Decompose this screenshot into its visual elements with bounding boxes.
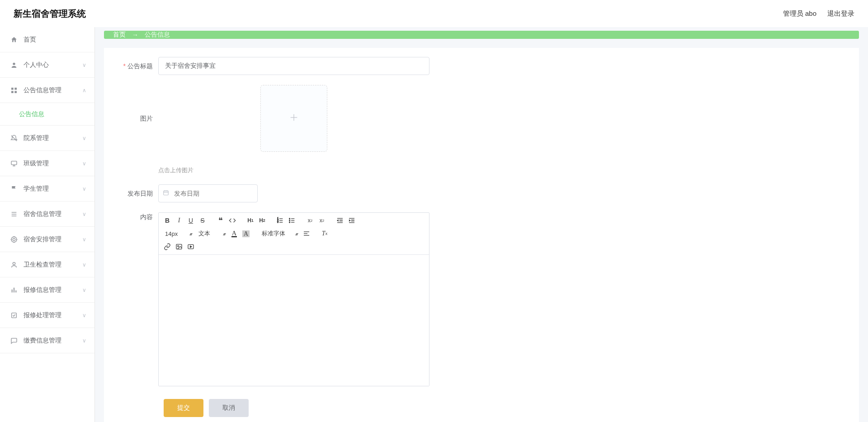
video-button[interactable] (186, 242, 196, 252)
h1-button[interactable]: H1 (245, 216, 255, 225)
svg-marker-55 (190, 246, 192, 248)
rich-text-editor: B I U S ❝ (158, 212, 429, 386)
sidebar-item-4[interactable]: 班级管理∨ (0, 151, 94, 176)
svg-rect-3 (11, 91, 14, 93)
list-icon (9, 211, 19, 218)
sidebar-item-label: 宿舍安排管理 (24, 235, 61, 244)
svg-point-0 (13, 62, 15, 65)
svg-point-13 (13, 238, 15, 240)
sidebar-item-label: 卫生检查管理 (24, 261, 61, 269)
svg-point-53 (178, 245, 179, 247)
breadcrumb-home[interactable]: 首页 (113, 31, 126, 39)
outdent-button[interactable] (335, 216, 345, 225)
sidebar-item-label: 缴费信息管理 (24, 337, 61, 345)
h2-button[interactable]: H2 (257, 216, 267, 225)
svg-point-12 (11, 237, 17, 242)
font-family-select[interactable]: 标准字体▴▾ (259, 228, 300, 239)
subscript-button[interactable]: x2 (305, 216, 315, 225)
heading-value: 文本 (198, 230, 210, 238)
title-label: 公告标题 (113, 57, 158, 75)
sidebar-item-1[interactable]: 个人中心∨ (0, 52, 94, 78)
code-button[interactable] (227, 216, 237, 225)
cancel-button[interactable]: 取消 (209, 399, 249, 417)
sidebar-item-label: 首页 (24, 36, 36, 44)
font-size-select[interactable]: 14px▴▾ (162, 228, 194, 239)
user-label[interactable]: 管理员 abo (783, 9, 816, 18)
calendar-icon (163, 190, 169, 197)
svg-rect-20 (14, 287, 14, 292)
align-button[interactable] (302, 229, 311, 239)
sidebar-item-10[interactable]: 报修处理管理∨ (0, 303, 94, 328)
editor-toolbar: B I U S ❝ (159, 213, 429, 255)
svg-point-18 (13, 262, 15, 264)
svg-text:3: 3 (277, 221, 278, 223)
underline-button[interactable]: U (186, 216, 196, 225)
blockquote-button[interactable]: ❝ (216, 216, 226, 225)
sidebar-item-0[interactable]: 首页 (0, 27, 94, 52)
sidebar-subitem-2-0[interactable]: 公告信息 (0, 103, 94, 126)
heading-select[interactable]: 文本▴▾ (196, 228, 227, 239)
sidebar-item-label: 院系管理 (24, 134, 49, 142)
upload-hint: 点击上传图片 (158, 166, 193, 174)
message-icon (9, 337, 19, 344)
logout-link[interactable]: 退出登录 (827, 9, 854, 18)
content-label: 内容 (113, 212, 158, 221)
sidebar-item-3[interactable]: 院系管理∨ (0, 126, 94, 151)
ordered-list-button[interactable]: 123 (275, 216, 285, 225)
sidebar-item-9[interactable]: 报修信息管理∨ (0, 277, 94, 303)
sidebar-item-2[interactable]: 公告信息管理∧ (0, 78, 94, 103)
person2-icon (9, 261, 19, 268)
text-color-button[interactable]: A (229, 229, 239, 239)
svg-point-38 (289, 218, 290, 219)
image-label: 图片 (113, 85, 158, 152)
unordered-list-button[interactable] (287, 216, 297, 225)
sidebar-item-label: 学生管理 (24, 185, 49, 193)
indent-button[interactable] (347, 216, 357, 225)
submit-button[interactable]: 提交 (164, 399, 203, 417)
italic-button[interactable]: I (174, 216, 184, 225)
sidebar-item-11[interactable]: 缴费信息管理∨ (0, 328, 94, 353)
sidebar-item-label: 报修信息管理 (24, 286, 61, 294)
svg-rect-1 (11, 88, 14, 90)
svg-rect-21 (15, 290, 16, 292)
sidebar-item-5[interactable]: 学生管理∨ (0, 176, 94, 202)
editor-content[interactable] (159, 255, 429, 386)
target-icon (9, 236, 19, 243)
image-upload[interactable] (260, 85, 327, 152)
title-input[interactable] (158, 57, 429, 75)
sidebar-item-label: 个人中心 (24, 61, 49, 69)
font-family-value: 标准字体 (262, 230, 285, 238)
sidebar-item-6[interactable]: 宿舍信息管理∨ (0, 202, 94, 227)
clear-format-button[interactable]: Tx (320, 229, 330, 239)
superscript-button[interactable]: x2 (317, 216, 327, 225)
chevron-down-icon: ∨ (82, 186, 86, 192)
breadcrumb-current: 公告信息 (145, 31, 170, 39)
date-label: 发布日期 (113, 184, 158, 202)
chevron-down-icon: ∨ (82, 211, 86, 217)
breadcrumb: 首页 → 公告信息 (104, 31, 859, 39)
bg-color-button[interactable]: A (241, 229, 251, 239)
chevron-down-icon: ∨ (82, 160, 86, 167)
svg-rect-22 (12, 313, 17, 318)
app-title: 新生宿舍管理系统 (14, 8, 86, 20)
bell-off-icon (9, 135, 19, 142)
svg-rect-19 (12, 289, 13, 292)
sidebar-item-label: 报修处理管理 (24, 311, 61, 319)
svg-rect-2 (14, 88, 17, 90)
breadcrumb-separator-icon: → (132, 31, 138, 38)
app-header: 新生宿舍管理系统 管理员 abo 退出登录 (0, 0, 868, 27)
chevron-down-icon: ∨ (82, 312, 86, 319)
font-size-value: 14px (165, 230, 178, 237)
image-button[interactable] (174, 242, 184, 252)
sidebar-item-label: 班级管理 (24, 159, 49, 168)
link-button[interactable] (162, 242, 172, 252)
svg-point-40 (289, 222, 290, 223)
strike-button[interactable]: S (198, 216, 208, 225)
sidebar-item-7[interactable]: 宿舍安排管理∨ (0, 227, 94, 252)
monitor-icon (9, 160, 19, 167)
bold-button[interactable]: B (162, 216, 172, 225)
sidebar-item-8[interactable]: 卫生检查管理∨ (0, 252, 94, 277)
chevron-down-icon: ∨ (82, 135, 86, 141)
date-input[interactable] (158, 184, 258, 202)
chevron-up-icon: ∧ (82, 87, 86, 94)
